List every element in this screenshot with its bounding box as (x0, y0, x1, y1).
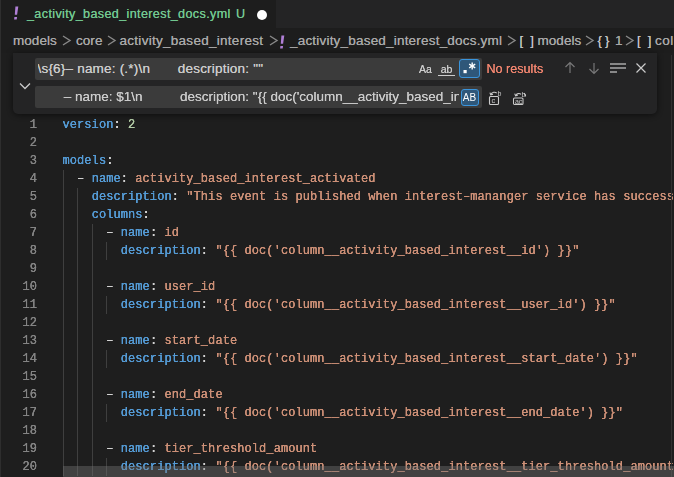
svg-text:b: b (521, 90, 525, 97)
svg-text:b: b (497, 90, 501, 97)
svg-text:c: c (492, 96, 496, 105)
svg-text:ac: ac (514, 97, 522, 104)
